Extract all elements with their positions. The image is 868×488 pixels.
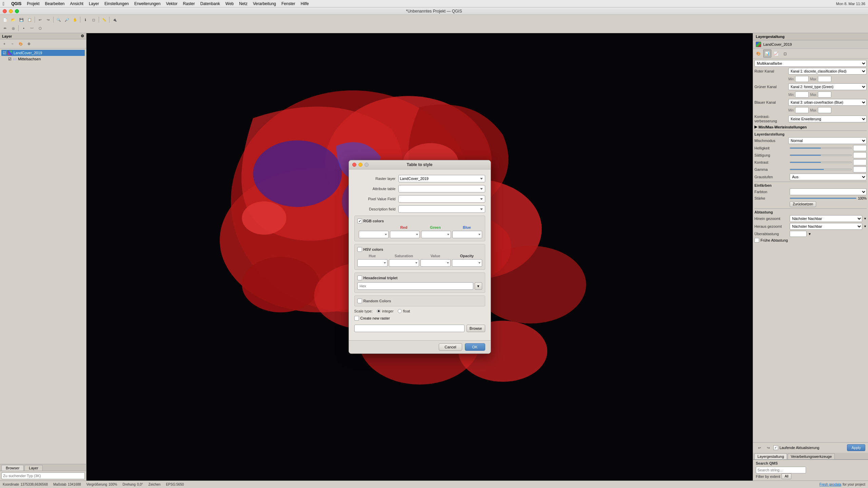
hsv-checkbox[interactable] <box>357 247 362 252</box>
hsv-check[interactable]: HSV colors <box>357 247 383 252</box>
apply-button[interactable]: Apply <box>847 444 865 451</box>
tb-open[interactable]: 📂 <box>9 16 17 23</box>
oversampling-input[interactable]: 2,00 <box>790 231 807 237</box>
tb-pan[interactable]: ✋ <box>71 16 79 23</box>
ok-button[interactable]: OK <box>465 343 485 351</box>
tb-plugins[interactable]: 🔌 <box>111 16 118 23</box>
layer-item-landcover[interactable]: ☑ LandCover_2019 <box>1 50 85 56</box>
scale-integer-radio[interactable] <box>377 309 381 313</box>
maximize-button[interactable] <box>15 9 19 13</box>
tb-save[interactable]: 💾 <box>18 16 25 23</box>
rgb-checkbox[interactable]: ✓ <box>357 219 362 223</box>
rendering-icon-btn[interactable]: 📊 <box>763 49 771 58</box>
red-channel-band-select[interactable]: Kanal 1: discrete_classification (Red) <box>788 68 867 75</box>
dialog-max-btn[interactable] <box>364 163 369 167</box>
menu-hilfe[interactable]: Hilfe <box>298 1 312 6</box>
gamma-value[interactable]: 1,00 <box>853 166 867 172</box>
filter-layer-btn[interactable]: ⚙ <box>25 40 33 47</box>
fresh-geodata-link[interactable]: Fresh geodata <box>820 483 842 486</box>
brightness-value[interactable]: 0 <box>853 145 867 151</box>
contrast-value[interactable]: 0 <box>853 159 867 165</box>
tb-point[interactable]: • <box>20 24 27 32</box>
hex-check[interactable]: Hexadecimal triplet <box>357 276 398 280</box>
tb-save-as[interactable]: 📋 <box>26 16 33 23</box>
grayscale-select[interactable]: Aus <box>790 174 867 180</box>
saturation-select[interactable] <box>389 259 419 267</box>
tb-select[interactable]: ◻ <box>90 16 97 23</box>
attribute-table-select[interactable] <box>398 185 485 192</box>
menu-datenbank[interactable]: Datenbank <box>198 1 223 6</box>
undo-styling-btn[interactable]: ↩ <box>756 444 763 451</box>
tb-line[interactable]: 〰 <box>28 24 36 32</box>
tb-measure[interactable]: 📏 <box>100 16 108 23</box>
new-raster-path-input[interactable] <box>354 325 465 332</box>
tb-undo[interactable]: ↩ <box>36 16 44 23</box>
menu-verarbeitung[interactable]: Verarbeitung <box>250 1 279 6</box>
random-check[interactable]: Random Colors <box>357 299 482 303</box>
red-min-input[interactable]: 0 <box>795 76 809 82</box>
minmax-header[interactable]: ▶ Min/Max-Werteinstellungen <box>754 125 867 129</box>
hex-dropdown-btn[interactable]: ▼ <box>475 282 482 290</box>
scale-float-option[interactable]: float <box>398 309 410 313</box>
green-channel-band-select[interactable]: Kanal 2: forest_type (Green) <box>788 83 867 90</box>
description-field-select[interactable] <box>398 205 485 213</box>
tb-edit[interactable]: ✏ <box>1 24 9 32</box>
tb-zoom-in[interactable]: 🔍 <box>55 16 62 23</box>
green-min-input[interactable]: 0 <box>795 92 809 98</box>
redo-styling-btn[interactable]: ↪ <box>765 444 772 451</box>
menu-layer[interactable]: Layer <box>86 1 102 6</box>
transparency-icon-btn[interactable]: ◻ <box>781 49 789 58</box>
tb-digitize[interactable]: ◎ <box>9 24 17 32</box>
rgb-check[interactable]: ✓ RGB colors <box>357 219 384 223</box>
browse-button[interactable]: Browse <box>467 325 485 332</box>
menu-bearbeiten[interactable]: Bearbeiten <box>42 1 67 6</box>
red-max-input[interactable]: 126 <box>818 76 831 82</box>
blending-select[interactable]: Normal <box>788 137 867 144</box>
live-update-check[interactable]: ✓ Laufende Aktualisierung <box>773 445 846 450</box>
tab-layer[interactable]: Layer <box>24 465 43 471</box>
farbton-select[interactable] <box>790 188 867 195</box>
symbology-icon-btn[interactable]: 🎨 <box>754 49 763 58</box>
menu-raster[interactable]: Raster <box>180 1 197 6</box>
tb-polygon[interactable]: ⬡ <box>36 24 44 32</box>
hsv-opacity-select[interactable] <box>452 259 482 267</box>
remove-layer-btn[interactable]: − <box>9 40 16 47</box>
menu-qgis[interactable]: QGIS <box>8 1 24 6</box>
layer-item-mittelsachsen[interactable]: ☑ ▭ Mittelsachsen <box>1 56 85 62</box>
zoom-in-select[interactable]: Nächster Nachbar <box>790 215 862 222</box>
histogram-icon-btn[interactable]: 📈 <box>772 49 780 58</box>
red-channel-select[interactable] <box>359 231 389 238</box>
gamma-slider[interactable] <box>790 169 852 170</box>
hue-select[interactable] <box>357 259 388 267</box>
blue-channel-band-select[interactable]: Kanal 3: urban-coverfraction (Blue) <box>788 99 867 106</box>
map-area[interactable]: Table to style Raster layer LandCover_20… <box>86 33 753 481</box>
green-max-input[interactable]: 5 <box>818 92 831 98</box>
brightness-slider[interactable] <box>790 147 852 149</box>
menu-netz[interactable]: Netz <box>236 1 250 6</box>
cancel-button[interactable]: Cancel <box>439 343 462 351</box>
dialog-close-btn[interactable] <box>352 163 356 167</box>
value-select[interactable] <box>420 259 451 267</box>
strength-slider[interactable] <box>790 198 856 199</box>
new-raster-checkbox[interactable] <box>354 316 359 321</box>
blue-channel-select[interactable] <box>421 231 451 238</box>
menu-erweiterungen[interactable]: Erweiterungen <box>132 1 163 6</box>
close-button[interactable] <box>3 9 7 13</box>
tab-browser[interactable]: Browser <box>1 465 24 471</box>
saturation-value[interactable]: 0 <box>853 152 867 158</box>
scale-integer-option[interactable]: integer <box>377 309 394 313</box>
contrast-select[interactable]: Keine Erweiterung <box>788 116 867 122</box>
filter-all-btn[interactable]: All <box>782 473 791 479</box>
menu-fenster[interactable]: Fenster <box>279 1 298 6</box>
qms-search-input[interactable] <box>756 467 806 473</box>
tb-new-project[interactable]: 📄 <box>1 16 9 23</box>
tb-zoom-out[interactable]: 🔎 <box>63 16 71 23</box>
tb-identify[interactable]: ℹ <box>82 16 89 23</box>
early-resampling-checkbox[interactable] <box>754 238 759 243</box>
new-raster-check[interactable]: Create new raster <box>354 316 390 321</box>
contrast-slider[interactable] <box>790 162 852 163</box>
dialog-min-btn[interactable] <box>358 163 362 167</box>
scale-float-radio[interactable] <box>398 309 402 313</box>
hex-input[interactable] <box>357 282 473 290</box>
render-type-select[interactable]: Multikanalfarbe <box>754 60 867 67</box>
